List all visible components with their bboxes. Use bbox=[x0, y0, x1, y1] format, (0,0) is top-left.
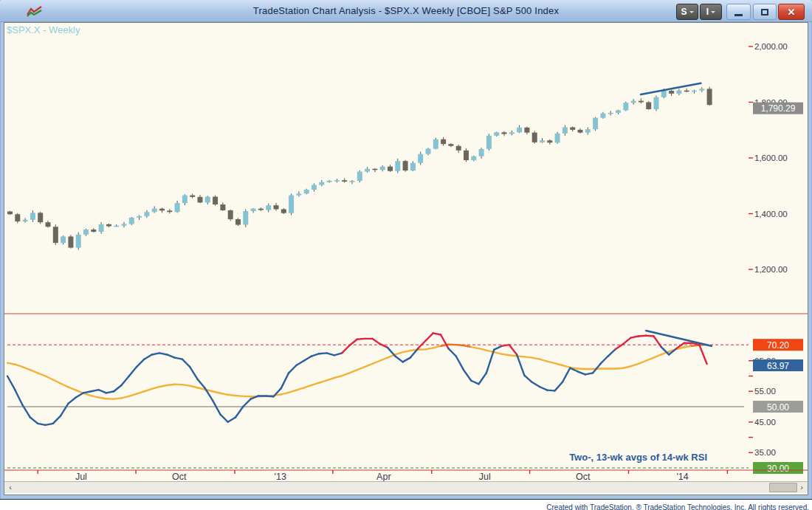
scroll-right-button[interactable]: › bbox=[796, 482, 808, 493]
svg-text:70.20: 70.20 bbox=[767, 340, 789, 351]
chart-client-area: $SPX.X - Weekly 2,000.001,800.001,600.00… bbox=[4, 22, 808, 495]
svg-text:63.97: 63.97 bbox=[767, 361, 789, 371]
trendlines bbox=[641, 83, 712, 346]
rsi-annotation: Two-, 13-wk avgs of 14-wk RSI bbox=[4, 452, 707, 463]
svg-text:Oct: Oct bbox=[172, 472, 187, 481]
svg-text:1,790.29: 1,790.29 bbox=[761, 103, 796, 114]
svg-text:Apr: Apr bbox=[376, 472, 390, 481]
copyright-text: Created with TradeStation. ® TradeStatio… bbox=[546, 503, 812, 510]
symbol-label: $SPX.X - Weekly bbox=[7, 24, 80, 35]
svg-text:Oct: Oct bbox=[576, 472, 591, 481]
page: TradeStation Chart Analysis - $SPX.X Wee… bbox=[0, 0, 812, 510]
svg-text:1,400.00: 1,400.00 bbox=[754, 210, 788, 218]
price-axis: 2,000.001,800.001,600.001,400.001,200.00… bbox=[749, 42, 803, 274]
indicator-button[interactable]: I bbox=[700, 4, 722, 20]
indicator-button-label: I bbox=[706, 7, 709, 17]
title-bar[interactable]: TradeStation Chart Analysis - $SPX.X Wee… bbox=[0, 0, 812, 22]
tradestation-window: TradeStation Chart Analysis - $SPX.X Wee… bbox=[0, 0, 812, 500]
rsi-axis: 65.0055.0045.0035.0070.2063.9750.0030.00 bbox=[749, 339, 803, 474]
maximize-icon bbox=[761, 9, 768, 15]
svg-text:50.00: 50.00 bbox=[767, 402, 789, 413]
candles-layer bbox=[7, 87, 712, 250]
chart-canvas[interactable]: 2,000.001,800.001,600.001,400.001,200.00… bbox=[4, 23, 808, 481]
horizontal-scrollbar[interactable]: ‹ › bbox=[4, 481, 808, 493]
svg-text:'13: '13 bbox=[275, 472, 286, 481]
scrollbar-thumb[interactable] bbox=[769, 483, 797, 492]
svg-text:2,000.00: 2,000.00 bbox=[754, 42, 788, 51]
copyright-bar: Created with TradeStation. ® TradeStatio… bbox=[0, 500, 812, 510]
minimize-icon bbox=[734, 14, 743, 16]
dropdown-arrow-icon bbox=[689, 11, 694, 13]
svg-text:45.00: 45.00 bbox=[754, 418, 776, 427]
maximize-button[interactable] bbox=[753, 4, 777, 20]
svg-text:'14: '14 bbox=[676, 472, 688, 481]
svg-text:55.00: 55.00 bbox=[754, 387, 776, 396]
scroll-left-button[interactable]: ‹ bbox=[4, 482, 16, 493]
svg-text:Jul: Jul bbox=[479, 472, 491, 481]
rsi-2wk-avg-line bbox=[7, 333, 707, 425]
svg-text:30.00: 30.00 bbox=[767, 464, 789, 474]
dropdown-arrow-icon bbox=[711, 11, 715, 13]
close-button[interactable]: ✕ bbox=[778, 4, 805, 20]
style-button-label: S bbox=[681, 7, 687, 17]
svg-text:35.00: 35.00 bbox=[754, 448, 776, 457]
style-button[interactable]: S bbox=[676, 4, 698, 20]
svg-text:1,600.00: 1,600.00 bbox=[754, 154, 788, 162]
time-axis: JulOct'13AprJulOct'14 bbox=[4, 470, 808, 481]
minimize-button[interactable] bbox=[726, 4, 751, 20]
svg-text:Jul: Jul bbox=[75, 472, 87, 481]
svg-text:1,200.00: 1,200.00 bbox=[754, 265, 788, 274]
close-icon: ✕ bbox=[788, 7, 796, 18]
